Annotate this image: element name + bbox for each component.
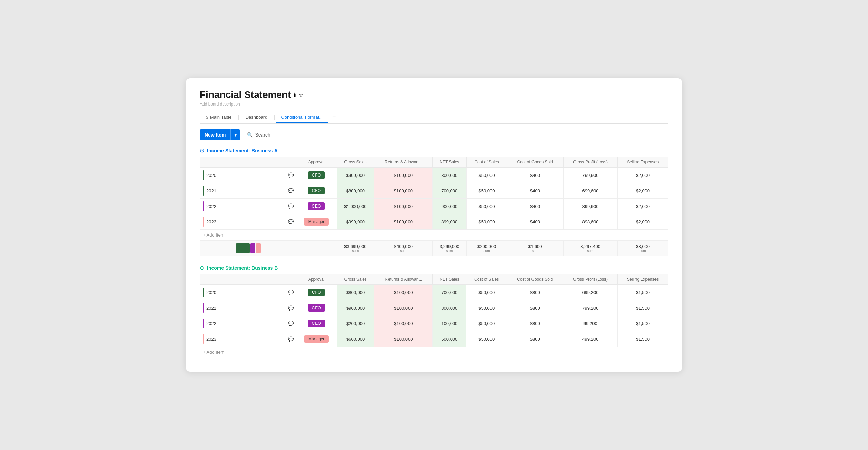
tab-separator-2: | bbox=[273, 114, 275, 120]
group-b-toggle[interactable]: ⊙ bbox=[200, 264, 204, 271]
search-label: Search bbox=[255, 132, 270, 138]
add-item-row[interactable]: + Add Item bbox=[200, 230, 668, 241]
cost-sales-cell: $50,000 bbox=[466, 168, 507, 183]
approval-badge: CFO bbox=[308, 187, 325, 194]
row-b-name-cell: 2020 💬 bbox=[200, 285, 296, 300]
approval-cell: CFO bbox=[296, 183, 337, 199]
col-header-gross-profit: Gross Profit (Loss) bbox=[563, 157, 618, 168]
row-name-cell: 2020 💬 bbox=[200, 168, 296, 183]
cost-goods-cell: $800 bbox=[507, 300, 563, 316]
row-year: 2023 bbox=[206, 219, 216, 224]
table-row: 2021 💬 CEO $900,000 $100,000 800,000 $50… bbox=[200, 300, 668, 316]
group-a-toggle[interactable]: ⊙ bbox=[200, 147, 204, 154]
group-business-b: ⊙ Income Statement: Business B Approval … bbox=[200, 264, 668, 358]
net-sales-cell: 700,000 bbox=[432, 183, 466, 199]
page-title: Financial Statement bbox=[200, 89, 291, 100]
new-item-label: New Item bbox=[200, 129, 230, 140]
gross-profit-cell: 799,600 bbox=[563, 168, 618, 183]
info-icon[interactable]: ℹ bbox=[294, 92, 296, 98]
tabs: ⌂ Main Table | Dashboard | Conditional F… bbox=[200, 111, 668, 124]
cost-goods-cell: $400 bbox=[507, 214, 563, 230]
net-sales-cell: 800,000 bbox=[432, 168, 466, 183]
selling-exp-cell: $2,000 bbox=[618, 214, 668, 230]
tab-add-button[interactable]: + bbox=[328, 111, 340, 123]
approval-badge: CEO bbox=[308, 320, 325, 327]
col-b-header-net-sales: NET Sales bbox=[433, 274, 466, 285]
summary-cost-goods: $1,600 sum bbox=[507, 241, 563, 256]
summary-selling-exp: $8,000 sum bbox=[618, 241, 668, 256]
row-year: 2021 bbox=[206, 306, 216, 311]
summary-cost-sales: $200,000 sum bbox=[466, 241, 507, 256]
tab-dashboard[interactable]: Dashboard bbox=[240, 112, 273, 123]
summary-gross-profit: 3,297,400 sum bbox=[563, 241, 618, 256]
gross-sales-cell: $900,000 bbox=[337, 168, 374, 183]
page-header: Financial Statement ℹ ☆ Add board descri… bbox=[200, 89, 668, 107]
search-button[interactable]: 🔍 Search bbox=[243, 129, 274, 140]
returns-cell: $100,000 bbox=[374, 316, 433, 331]
add-item-row-b[interactable]: + Add Item bbox=[200, 347, 668, 358]
tab-conditional[interactable]: Conditional Format... bbox=[276, 112, 328, 123]
approval-badge: Manager bbox=[304, 218, 329, 226]
selling-exp-cell: $1,500 bbox=[618, 331, 668, 347]
cost-goods-cell: $400 bbox=[507, 168, 563, 183]
group-business-a: ⊙ Income Statement: Business A Approval … bbox=[200, 147, 668, 256]
tab-main[interactable]: ⌂ Main Table bbox=[200, 112, 237, 123]
col-b-header-returns: Returns & Allowan... bbox=[374, 274, 433, 285]
comment-icon[interactable]: 💬 bbox=[288, 305, 294, 311]
selling-exp-cell: $2,000 bbox=[618, 183, 668, 199]
returns-cell: $100,000 bbox=[374, 199, 433, 214]
toolbar: New Item ▾ 🔍 Search bbox=[200, 129, 668, 140]
col-header-returns: Returns & Allowan... bbox=[374, 157, 433, 168]
gross-sales-cell: $800,000 bbox=[337, 285, 374, 300]
col-b-header-selling-exp: Selling Expenses bbox=[618, 274, 668, 285]
col-b-header-gross-profit: Gross Profit (Loss) bbox=[563, 274, 618, 285]
col-header-cost-goods: Cost of Goods Sold bbox=[507, 157, 563, 168]
add-item-label[interactable]: + Add Item bbox=[200, 230, 668, 241]
approval-cell: CEO bbox=[296, 199, 337, 214]
summary-approval bbox=[296, 241, 337, 256]
col-header-gross-sales: Gross Sales bbox=[337, 157, 374, 168]
add-item-label-b[interactable]: + Add Item bbox=[200, 347, 668, 358]
new-item-button[interactable]: New Item ▾ bbox=[200, 129, 240, 140]
comment-icon[interactable]: 💬 bbox=[288, 321, 294, 326]
col-b-header-approval: Approval bbox=[296, 274, 337, 285]
row-year: 2020 bbox=[206, 173, 216, 178]
approval-cell: CEO bbox=[296, 300, 337, 316]
gross-sales-cell: $800,000 bbox=[337, 183, 374, 199]
returns-cell: $100,000 bbox=[374, 285, 433, 300]
net-sales-cell: 899,000 bbox=[432, 214, 466, 230]
board-description[interactable]: Add board description bbox=[200, 102, 668, 107]
net-sales-cell: 100,000 bbox=[433, 316, 466, 331]
table-row: 2020 💬 CFO $800,000 $100,000 700,000 $50… bbox=[200, 285, 668, 300]
row-year: 2023 bbox=[206, 337, 216, 342]
col-b-header-gross-sales: Gross Sales bbox=[337, 274, 374, 285]
cost-goods-cell: $800 bbox=[507, 316, 563, 331]
home-icon: ⌂ bbox=[205, 114, 208, 120]
search-icon: 🔍 bbox=[247, 132, 253, 138]
row-b-name-cell: 2023 💬 bbox=[200, 331, 296, 347]
selling-exp-cell: $1,500 bbox=[618, 316, 668, 331]
comment-icon[interactable]: 💬 bbox=[288, 203, 294, 209]
tab-separator-1: | bbox=[238, 114, 239, 120]
summary-row: $3,699,000 sum $400,000 sum 3,299,000 su… bbox=[200, 241, 668, 256]
col-header-name bbox=[200, 157, 296, 168]
caret-down-icon[interactable]: ▾ bbox=[230, 129, 240, 140]
comment-icon[interactable]: 💬 bbox=[288, 219, 294, 224]
row-year: 2022 bbox=[206, 321, 216, 326]
col-b-header-cost-sales: Cost of Sales bbox=[466, 274, 507, 285]
comment-icon[interactable]: 💬 bbox=[288, 336, 294, 342]
gross-profit-cell: 898,600 bbox=[563, 214, 618, 230]
comment-icon[interactable]: 💬 bbox=[288, 290, 294, 295]
approval-badge: Manager bbox=[304, 335, 329, 343]
summary-returns: $400,000 sum bbox=[374, 241, 433, 256]
table-row: 2021 💬 CFO $800,000 $100,000 700,000 $50… bbox=[200, 183, 668, 199]
gross-sales-cell: $900,000 bbox=[337, 300, 374, 316]
approval-cell: Manager bbox=[296, 331, 337, 347]
summary-color-cell bbox=[200, 241, 296, 256]
comment-icon[interactable]: 💬 bbox=[288, 172, 294, 178]
summary-gross-sales: $3,699,000 sum bbox=[337, 241, 374, 256]
gross-sales-cell: $200,000 bbox=[337, 316, 374, 331]
comment-icon[interactable]: 💬 bbox=[288, 188, 294, 193]
cost-sales-cell: $50,000 bbox=[466, 316, 507, 331]
star-icon[interactable]: ☆ bbox=[299, 92, 303, 98]
